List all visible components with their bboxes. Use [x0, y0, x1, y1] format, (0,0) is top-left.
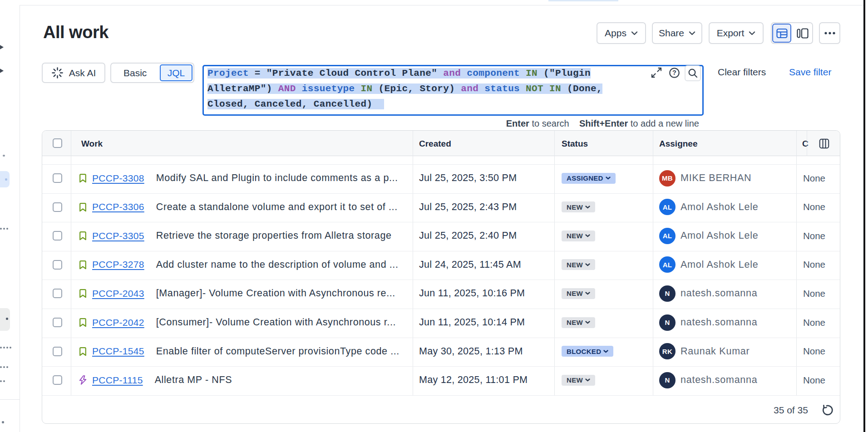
svg-text:?: ? [672, 69, 676, 76]
